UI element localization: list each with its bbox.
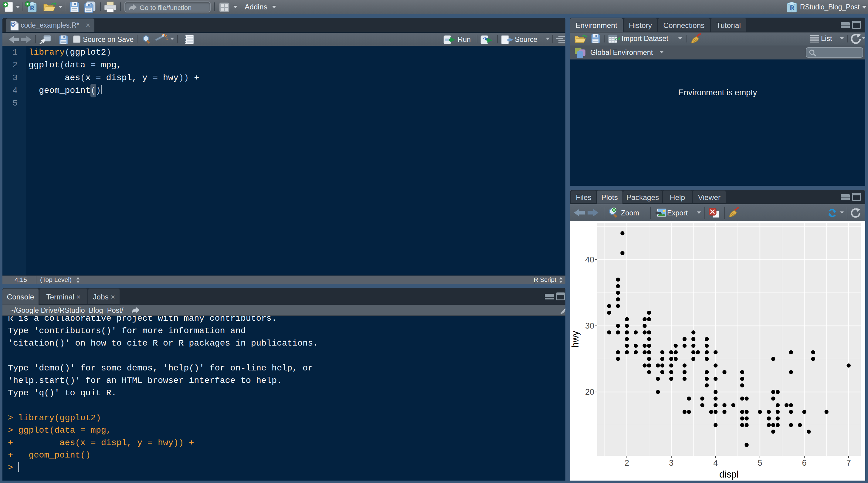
svg-text:3: 3 [669,458,674,468]
svg-text:hwy: hwy [570,331,581,348]
svg-text:40: 40 [585,255,594,264]
svg-text:2: 2 [625,458,629,468]
svg-text:6: 6 [802,458,807,468]
svg-text:30: 30 [585,321,594,330]
svg-text:R: R [790,4,795,11]
svg-text:5: 5 [757,458,762,468]
svg-text:20: 20 [585,387,594,396]
svg-text:7: 7 [846,458,851,468]
svg-text:R: R [30,4,35,12]
svg-text:R: R [11,22,15,27]
svg-text:displ: displ [719,469,739,480]
svg-text:4: 4 [713,458,718,468]
